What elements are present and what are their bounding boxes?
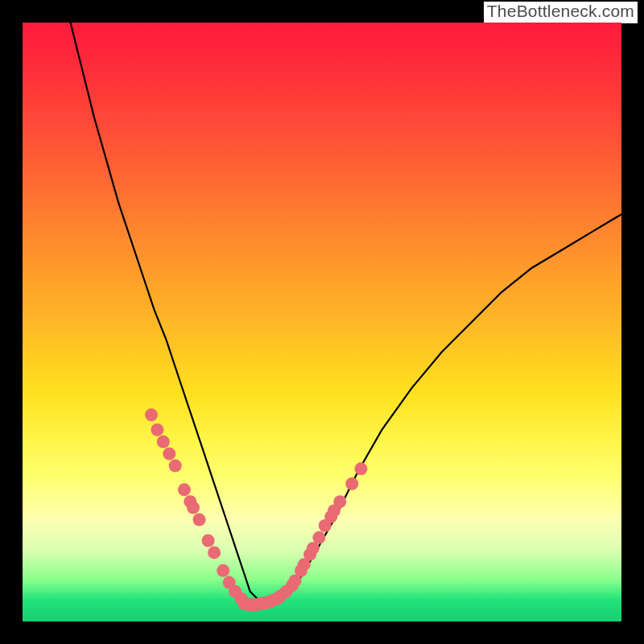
data-point xyxy=(157,436,170,448)
data-point xyxy=(169,460,182,473)
data-point xyxy=(178,483,191,496)
data-point xyxy=(333,495,346,508)
data-point xyxy=(312,531,325,544)
plot-svg xyxy=(23,23,621,621)
plot-frame xyxy=(23,23,621,621)
data-point xyxy=(145,408,158,421)
data-point xyxy=(151,423,163,436)
data-point xyxy=(193,514,206,526)
data-point xyxy=(202,535,215,547)
data-point xyxy=(354,462,367,475)
data-point xyxy=(187,502,200,514)
scatter-points xyxy=(145,408,367,611)
data-point xyxy=(345,477,358,490)
data-point xyxy=(307,542,320,555)
data-point xyxy=(163,448,175,460)
data-point xyxy=(217,564,229,577)
data-point xyxy=(274,590,287,603)
bottleneck-curve xyxy=(71,23,622,604)
watermark-label: TheBottleneck.com xyxy=(484,2,638,23)
data-point xyxy=(208,546,221,559)
